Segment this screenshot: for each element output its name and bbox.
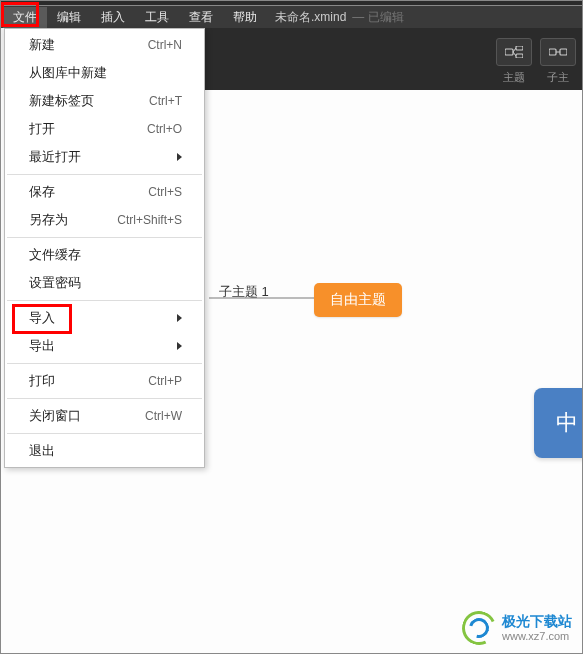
menu-item-shortcut: Ctrl+P	[148, 374, 182, 388]
menu-item-exit[interactable]: 退出	[5, 437, 204, 465]
svg-rect-1	[516, 46, 523, 50]
menu-separator	[7, 398, 202, 399]
svg-rect-0	[505, 49, 513, 55]
menu-separator	[7, 174, 202, 175]
menu-separator	[7, 433, 202, 434]
toolbar-subtopic-label: 子主	[547, 70, 569, 85]
menu-item-cache[interactable]: 文件缓存	[5, 241, 204, 269]
menu-item-save[interactable]: 保存 Ctrl+S	[5, 178, 204, 206]
menu-item-label: 设置密码	[29, 274, 81, 292]
menu-file[interactable]: 文件	[3, 7, 47, 28]
file-dropdown-menu: 新建 Ctrl+N 从图库中新建 新建标签页 Ctrl+T 打开 Ctrl+O …	[4, 28, 205, 468]
menu-bar: 文件 编辑 插入 工具 查看 帮助 未命名.xmind — 已编辑	[1, 6, 582, 28]
watermark-logo-icon	[462, 611, 496, 645]
menu-item-label: 文件缓存	[29, 246, 81, 264]
menu-item-export[interactable]: 导出	[5, 332, 204, 360]
menu-item-label: 从图库中新建	[29, 64, 107, 82]
menu-item-save-as[interactable]: 另存为 Ctrl+Shift+S	[5, 206, 204, 234]
node-subtopic-1[interactable]: 子主题 1	[219, 283, 269, 301]
menu-help[interactable]: 帮助	[223, 7, 267, 28]
toolbar-subtopic-group: 子主	[540, 38, 576, 85]
menu-separator	[7, 237, 202, 238]
title-area: 未命名.xmind — 已编辑	[275, 9, 404, 26]
toolbar: 主题 子主	[202, 28, 582, 90]
menu-item-label: 导出	[29, 337, 55, 355]
toolbar-topic-group: 主题	[496, 38, 532, 85]
menu-item-label: 打开	[29, 120, 55, 138]
menu-tools[interactable]: 工具	[135, 7, 179, 28]
menu-view[interactable]: 查看	[179, 7, 223, 28]
menu-insert[interactable]: 插入	[91, 7, 135, 28]
svg-rect-6	[560, 49, 567, 55]
menu-edit[interactable]: 编辑	[47, 7, 91, 28]
menu-item-label: 打印	[29, 372, 55, 390]
menu-item-set-password[interactable]: 设置密码	[5, 269, 204, 297]
document-filename: 未命名.xmind	[275, 9, 346, 26]
submenu-arrow-icon	[177, 314, 182, 322]
menu-item-shortcut: Ctrl+S	[148, 185, 182, 199]
submenu-arrow-icon	[177, 153, 182, 161]
subtopic-icon	[549, 46, 567, 58]
menu-item-label: 保存	[29, 183, 55, 201]
menu-item-open[interactable]: 打开 Ctrl+O	[5, 115, 204, 143]
menu-item-label: 新建标签页	[29, 92, 94, 110]
menu-separator	[7, 300, 202, 301]
menu-item-new-from-library[interactable]: 从图库中新建	[5, 59, 204, 87]
watermark-site-url: www.xz7.com	[502, 630, 572, 642]
watermark-site-name: 极光下载站	[502, 614, 572, 629]
node-center-topic[interactable]: 中	[534, 388, 583, 458]
document-edited-indicator: — 已编辑	[352, 9, 403, 26]
menu-item-label: 最近打开	[29, 148, 81, 166]
toolbar-subtopic-button[interactable]	[540, 38, 576, 66]
menu-item-shortcut: Ctrl+N	[148, 38, 182, 52]
menu-item-shortcut: Ctrl+T	[149, 94, 182, 108]
node-free-topic[interactable]: 自由主题	[314, 283, 402, 317]
watermark-text: 极光下载站 www.xz7.com	[502, 614, 572, 641]
menu-item-label: 新建	[29, 36, 55, 54]
svg-rect-2	[516, 54, 523, 58]
svg-rect-5	[549, 49, 556, 55]
toolbar-topic-button[interactable]	[496, 38, 532, 66]
toolbar-topic-label: 主题	[503, 70, 525, 85]
watermark: 极光下载站 www.xz7.com	[462, 611, 572, 645]
menu-item-shortcut: Ctrl+W	[145, 409, 182, 423]
menu-item-label: 关闭窗口	[29, 407, 81, 425]
menu-item-shortcut: Ctrl+Shift+S	[117, 213, 182, 227]
menu-item-shortcut: Ctrl+O	[147, 122, 182, 136]
menu-item-recent[interactable]: 最近打开	[5, 143, 204, 171]
menu-item-new[interactable]: 新建 Ctrl+N	[5, 31, 204, 59]
topic-icon	[505, 46, 523, 58]
menu-item-print[interactable]: 打印 Ctrl+P	[5, 367, 204, 395]
menu-item-import[interactable]: 导入	[5, 304, 204, 332]
menu-item-label: 退出	[29, 442, 55, 460]
menu-item-new-tab[interactable]: 新建标签页 Ctrl+T	[5, 87, 204, 115]
menu-item-label: 导入	[29, 309, 55, 327]
submenu-arrow-icon	[177, 342, 182, 350]
menu-separator	[7, 363, 202, 364]
menu-item-close-window[interactable]: 关闭窗口 Ctrl+W	[5, 402, 204, 430]
menu-item-label: 另存为	[29, 211, 68, 229]
